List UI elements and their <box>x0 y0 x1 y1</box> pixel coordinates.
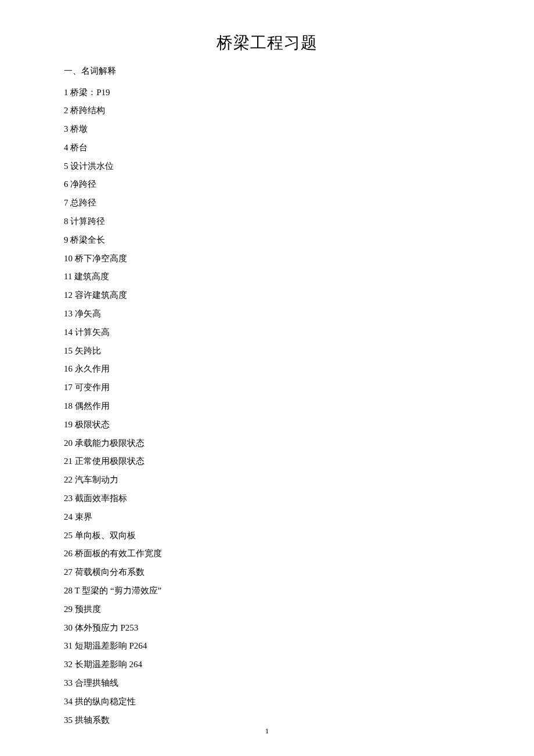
item-text: 桥下净空高度 <box>75 254 127 263</box>
item-number: 23 <box>64 494 73 503</box>
item-number: 20 <box>64 438 73 448</box>
item-text: 容许建筑高度 <box>75 290 127 300</box>
list-item: 10 桥下净空高度 <box>64 252 470 265</box>
item-number: 25 <box>64 531 73 540</box>
item-text: 承载能力极限状态 <box>75 438 145 448</box>
list-item: 18 偶然作用 <box>64 399 470 413</box>
list-item: 31 短期温差影响 P264 <box>64 639 470 653</box>
item-number: 27 <box>64 567 73 577</box>
list-item: 34 拱的纵向稳定性 <box>64 695 470 708</box>
item-number: 19 <box>64 420 73 429</box>
item-number: 26 <box>64 549 73 558</box>
list-item: 8 计算跨径 <box>64 215 470 228</box>
list-item: 33 合理拱轴线 <box>64 676 470 690</box>
list-item: 16 永久作用 <box>64 362 470 376</box>
item-text: 设计洪水位 <box>70 161 114 171</box>
item-number: 18 <box>64 401 73 411</box>
item-number: 7 <box>64 198 68 207</box>
list-item: 12 容许建筑高度 <box>64 289 470 302</box>
item-number: 24 <box>64 512 73 521</box>
item-text: 拱轴系数 <box>75 715 110 725</box>
list-item: 6 净跨径 <box>64 178 470 191</box>
item-text: 净跨径 <box>70 179 96 189</box>
item-number: 11 <box>64 272 72 281</box>
item-number: 30 <box>64 623 73 632</box>
list-item: 15 矢跨比 <box>64 344 470 358</box>
list-item: 2 桥跨结构 <box>64 104 470 117</box>
list-item: 14 计算矢高 <box>64 326 470 339</box>
item-number: 12 <box>64 290 73 300</box>
list-item: 28 T 型梁的 “剪力滞效应” <box>64 584 470 597</box>
item-text: 偶然作用 <box>75 401 110 411</box>
list-item: 13 净矢高 <box>64 307 470 321</box>
item-text: 桥面板的有效工作宽度 <box>75 549 162 558</box>
item-text: 桥跨结构 <box>70 106 105 115</box>
list-item: 29 预拱度 <box>64 603 470 616</box>
item-number: 8 <box>64 217 68 226</box>
item-text: 极限状态 <box>75 420 110 429</box>
item-number: 22 <box>64 475 73 484</box>
list-item: 22 汽车制动力 <box>64 473 470 487</box>
list-item: 21 正常使用极限状态 <box>64 455 470 468</box>
item-text: 计算矢高 <box>75 327 110 337</box>
item-number: 17 <box>64 383 73 392</box>
item-text: 汽车制动力 <box>75 475 118 484</box>
item-text: 截面效率指标 <box>75 494 127 503</box>
list-item: 17 可变作用 <box>64 381 470 394</box>
item-text: 拱的纵向稳定性 <box>75 697 136 706</box>
item-number: 28 <box>64 586 73 595</box>
item-number: 15 <box>64 346 73 355</box>
item-text: 桥梁：P19 <box>70 88 110 97</box>
item-text: 矢跨比 <box>75 346 101 355</box>
item-number: 35 <box>64 715 73 725</box>
page-number: 1 <box>0 726 534 736</box>
list-item: 32 长期温差影响 264 <box>64 658 470 671</box>
item-text: 短期温差影响 P264 <box>75 641 147 650</box>
list-item: 20 承载能力极限状态 <box>64 437 470 450</box>
item-text: 体外预应力 P253 <box>75 623 139 632</box>
section-heading: 一、名词解释 <box>64 64 470 78</box>
item-text: 建筑高度 <box>74 272 109 281</box>
item-text: T 型梁的 “剪力滞效应” <box>74 586 161 595</box>
item-text: 计算跨径 <box>70 217 105 226</box>
list-item: 7 总跨径 <box>64 196 470 210</box>
item-number: 16 <box>64 364 73 373</box>
item-number: 9 <box>64 235 68 244</box>
item-number: 13 <box>64 309 73 318</box>
item-number: 2 <box>64 106 68 115</box>
item-text: 可变作用 <box>75 383 110 392</box>
item-number: 10 <box>64 254 73 263</box>
list-item: 3 桥墩 <box>64 123 470 136</box>
item-number: 29 <box>64 604 73 614</box>
list-item: 27 荷载横向分布系数 <box>64 566 470 579</box>
item-number: 1 <box>64 88 68 97</box>
list-item: 5 设计洪水位 <box>64 160 470 173</box>
item-text: 桥梁全长 <box>70 235 105 244</box>
item-number: 31 <box>64 641 73 650</box>
item-number: 33 <box>64 678 73 687</box>
list-item: 9 桥梁全长 <box>64 233 470 247</box>
item-text: 总跨径 <box>70 198 96 207</box>
item-number: 6 <box>64 179 68 189</box>
document-title: 桥梁工程习题 <box>64 32 470 54</box>
document-page: 桥梁工程习题 一、名词解释 1 桥梁：P192 桥跨结构3 桥墩4 桥台5 设计… <box>0 0 534 726</box>
item-text: 桥墩 <box>70 124 88 134</box>
item-number: 32 <box>64 660 73 669</box>
list-item: 30 体外预应力 P253 <box>64 621 470 635</box>
list-item: 25 单向板、双向板 <box>64 529 470 542</box>
list-item: 35 拱轴系数 <box>64 714 470 727</box>
item-text: 合理拱轴线 <box>75 678 118 687</box>
item-number: 4 <box>64 143 68 152</box>
item-number: 3 <box>64 124 68 134</box>
item-text: 净矢高 <box>75 309 101 318</box>
list-item: 24 束界 <box>64 510 470 524</box>
list-item: 19 极限状态 <box>64 418 470 431</box>
item-text: 束界 <box>75 512 92 521</box>
item-text: 正常使用极限状态 <box>75 456 145 466</box>
item-number: 14 <box>64 327 73 337</box>
item-text: 长期温差影响 264 <box>75 660 142 669</box>
term-list: 1 桥梁：P192 桥跨结构3 桥墩4 桥台5 设计洪水位6 净跨径7 总跨径8… <box>64 86 470 727</box>
item-text: 预拱度 <box>75 604 101 614</box>
item-number: 34 <box>64 697 73 706</box>
item-text: 荷载横向分布系数 <box>75 567 145 577</box>
